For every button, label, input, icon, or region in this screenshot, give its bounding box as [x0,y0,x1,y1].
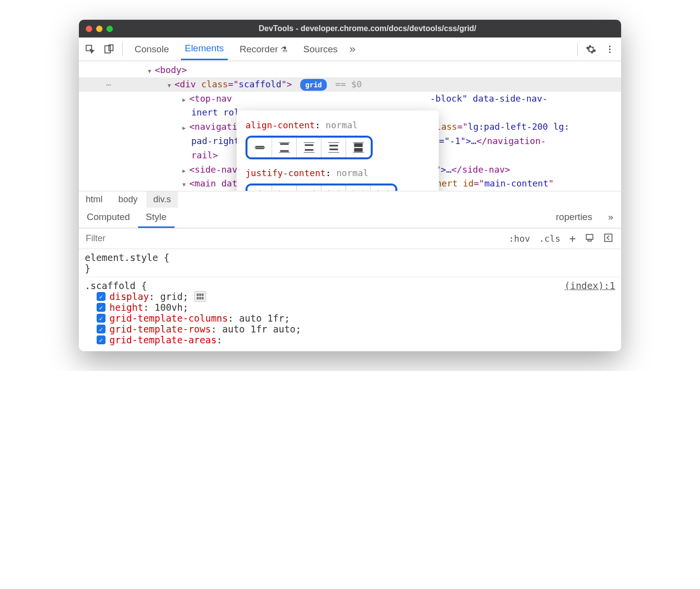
devtools-window: DevTools - developer.chrome.com/docs/dev… [79,20,621,351]
svg-rect-16 [304,152,315,153]
svg-rect-83 [605,234,612,241]
justify-content-space-around[interactable] [346,185,371,191]
inspect-icon[interactable] [85,44,96,55]
tab-recorder[interactable]: Recorder ⚗ [236,39,291,60]
subtabs-overflow-icon[interactable]: » [600,208,621,228]
flask-icon: ⚗ [280,45,287,54]
justify-content-start[interactable] [272,185,297,191]
kebab-icon[interactable] [604,44,615,55]
svg-rect-8 [254,147,265,148]
new-rule-icon[interactable]: + [569,232,576,245]
decl-display[interactable]: display: grid; [85,291,615,302]
decl-height[interactable]: height: 100vh; [85,302,615,313]
dom-node-scaffold[interactable]: <div class="scaffold"> grid == $0 [79,77,621,92]
subtab-styles[interactable]: Style [138,208,175,228]
svg-rect-88 [199,297,201,299]
justify-content-options [245,184,397,191]
align-content-center[interactable] [247,138,272,157]
styles-panel[interactable]: element.style { } .scaffold { (index):1 … [79,249,621,351]
justify-content-space-between[interactable] [321,185,346,191]
svg-rect-89 [202,297,204,299]
svg-rect-19 [328,142,339,143]
titlebar: DevTools - developer.chrome.com/docs/dev… [79,20,621,37]
tab-elements[interactable]: Elements [181,38,228,60]
svg-rect-21 [354,143,362,147]
justify-content-label: justify-content [245,168,326,178]
tabs-overflow-icon[interactable]: » [350,43,355,56]
checkbox-icon[interactable] [97,335,105,344]
svg-rect-15 [304,142,315,143]
dom-node-body[interactable]: <body> [79,63,621,77]
dom-node-topnav[interactable]: <top-nav -block" data-side-nav- [79,92,621,106]
tab-recorder-label: Recorder [240,44,278,54]
justify-content-end[interactable] [297,185,321,191]
svg-rect-7 [255,148,264,149]
svg-point-3 [609,45,610,47]
align-content-space-around[interactable] [297,138,321,157]
svg-rect-36 [328,190,329,191]
close-icon[interactable] [86,26,92,32]
svg-rect-9 [280,143,288,145]
decl-grid-template-rows[interactable]: grid-template-rows: auto 1fr auto; [85,324,615,334]
grid-editor-icon[interactable] [194,291,206,302]
svg-rect-85 [199,294,201,296]
svg-rect-44 [378,190,379,191]
svg-rect-37 [338,190,339,191]
align-content-label: align-content [245,120,315,130]
justify-content-center[interactable] [247,185,272,191]
checkbox-icon[interactable] [97,325,105,333]
svg-rect-1 [105,45,110,53]
svg-rect-6 [255,146,264,147]
svg-rect-87 [197,297,199,299]
checkbox-icon[interactable] [97,314,105,323]
hov-button[interactable]: :hov [509,233,530,244]
selector-scaffold[interactable]: .scaffold { [85,280,147,291]
decl-grid-template-columns[interactable]: grid-template-columns: auto 1fr; [85,313,615,324]
justify-content-space-evenly[interactable] [371,185,395,191]
align-content-space-evenly[interactable] [321,138,346,157]
cls-button[interactable]: .cls [539,233,560,244]
subtab-computed[interactable]: Computed [79,208,138,228]
svg-point-4 [609,48,610,50]
tab-console[interactable]: Console [131,39,173,60]
tab-sources[interactable]: Sources [299,39,342,60]
svg-rect-45 [387,190,388,191]
dom-tree[interactable]: ⋯ <body> <div class="scaffold"> grid == … [79,61,621,191]
align-content-stretch[interactable] [346,138,371,157]
svg-rect-18 [329,148,338,150]
svg-rect-20 [328,152,339,153]
zoom-icon[interactable] [106,26,113,32]
svg-rect-24 [353,152,364,153]
svg-rect-82 [588,239,592,241]
svg-rect-27 [259,190,260,191]
computed-toggle-icon[interactable] [603,233,613,245]
grid-editor-popover: align-content: normal justify-content: n… [237,110,439,191]
checkbox-icon[interactable] [97,292,105,301]
grid-badge[interactable]: grid [300,79,327,91]
filter-bar: :hov .cls + [79,228,621,249]
element-style-rule: element.style { } [85,252,615,274]
filter-input[interactable] [79,229,509,248]
device-print-icon[interactable] [585,233,595,245]
decl-grid-template-areas[interactable]: grid-template-areas: [85,334,615,345]
styles-subtabs: Computed Style roperties » [79,208,621,228]
subtab-properties[interactable]: roperties [548,208,600,228]
source-link[interactable]: (index):1 [564,280,615,291]
dollar-zero: == $0 [335,79,362,89]
svg-rect-86 [202,294,204,296]
svg-rect-12 [279,152,290,153]
device-toggle-icon[interactable] [104,44,114,55]
checkbox-icon[interactable] [97,303,105,312]
breadcrumb: html body div.s [79,191,621,208]
crumb-html[interactable]: html [79,191,109,208]
traffic-lights [86,26,113,32]
gear-icon[interactable] [586,44,596,55]
minimize-icon[interactable] [96,26,103,32]
svg-rect-10 [280,150,288,151]
crumb-body[interactable]: body [111,191,144,208]
svg-rect-40 [353,190,354,191]
align-content-space-between[interactable] [272,138,297,157]
svg-rect-30 [279,190,280,191]
gutter-ellipsis-icon[interactable]: ⋯ [106,78,112,92]
crumb-div-scaffold[interactable]: div.s [146,191,178,208]
